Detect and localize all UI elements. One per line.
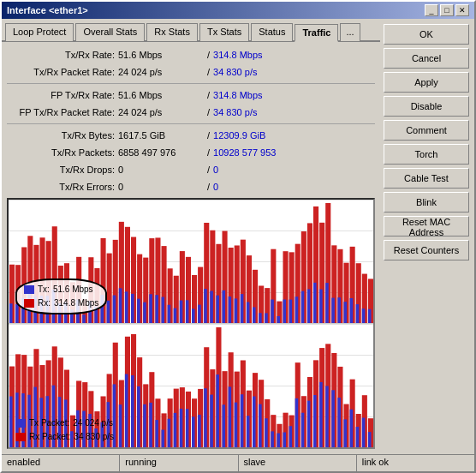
stat-value-rx-bytes: 12309.9 GiB (213, 130, 299, 141)
title-bar-buttons: _ □ ✕ (425, 4, 469, 16)
stat-label-fp-rate: FP Tx/Rx Rate: (7, 90, 118, 100)
stat-value-fp-tx-packet-rate: 24 024 p/s (118, 107, 204, 117)
status-slave: slave (239, 455, 357, 471)
window-body: Loop Protect Overall Stats Rx Stats Tx S… (2, 19, 474, 454)
stat-value-rx-packets: 10928 577 953 (213, 147, 299, 158)
stat-label-drops: Tx/Rx Drops: (7, 165, 118, 175)
stat-label-errors: Tx/Rx Errors: (7, 182, 118, 192)
content-area: Tx/Rx Rate: 51.6 Mbps / 314.8 Mbps Tx/Rx… (2, 42, 380, 454)
stat-row-fp-packet-rate: FP Tx/Rx Packet Rate: 24 024 p/s / 34 83… (7, 105, 375, 120)
reset-counters-button[interactable]: Reset Counters (384, 240, 469, 260)
stat-value-fp-rx-packet-rate: 34 830 p/s (213, 107, 299, 117)
stat-value-tx-rate: 51.6 Mbps (118, 50, 204, 60)
maximize-button[interactable]: □ (440, 4, 454, 16)
stat-value-rx-errors: 0 (213, 182, 299, 192)
tab-rx-stats[interactable]: Rx Stats (146, 23, 198, 41)
main-window: Interface <ether1> _ □ ✕ Loop Protect Ov… (0, 0, 476, 473)
stat-row-errors: Tx/Rx Errors: 0 / 0 (7, 179, 375, 195)
status-running: running (120, 455, 238, 471)
cable-test-button[interactable]: Cable Test (384, 168, 469, 189)
legend-tx-packet-label: Tx Packet: (29, 416, 69, 430)
traffic-rate-legend: Tx: 51.6 Mbps Rx: 314.8 Mbps (15, 278, 107, 314)
stat-label-txrx-rate: Tx/Rx Rate: (7, 50, 118, 60)
legend-rx-value: 314.8 Mbps (54, 296, 98, 310)
legend-rx-item: Rx: 314.8 Mbps (24, 296, 98, 310)
legend-tx-packet-value: 24 024 p/s (73, 416, 113, 430)
stat-row-drops: Tx/Rx Drops: 0 / 0 (7, 162, 375, 177)
legend-rx-packet-value: 34 830 p/s (74, 430, 114, 444)
stat-value-fp-rx-rate: 314.8 Mbps (213, 90, 299, 100)
tab-more[interactable]: ... (340, 23, 360, 41)
rx-packet-color-swatch (15, 433, 26, 441)
torch-button[interactable]: Torch (384, 144, 469, 165)
stat-row-fp-rate: FP Tx/Rx Rate: 51.6 Mbps / 314.8 Mbps (7, 87, 375, 103)
status-link: link ok (357, 455, 474, 471)
stat-value-tx-packet-rate: 24 024 p/s (118, 67, 204, 77)
tab-loop-protect[interactable]: Loop Protect (5, 23, 74, 41)
cancel-button[interactable]: Cancel (384, 48, 469, 69)
legend-tx-packet-item: Tx Packet: 24 024 p/s (15, 416, 114, 430)
stat-label-packet-rate: Tx/Rx Packet Rate: (7, 67, 118, 77)
status-enabled: enabled (2, 455, 120, 471)
window-title: Interface <ether1> (7, 5, 88, 15)
stat-row-packet-rate: Tx/Rx Packet Rate: 24 024 p/s / 34 830 p… (7, 64, 375, 80)
minimize-button[interactable]: _ (425, 4, 438, 16)
legend-tx-item: Tx: 51.6 Mbps (24, 283, 98, 296)
tx-packet-color-swatch (15, 419, 26, 428)
blink-button[interactable]: Blink (384, 192, 469, 213)
stat-row-packets: Tx/Rx Packets: 6858 497 976 / 10928 577 … (7, 145, 375, 160)
stat-value-tx-drops: 0 (118, 165, 204, 175)
charts-container: Tx: 51.6 Mbps Rx: 314.8 Mbps (7, 198, 375, 449)
stat-value-fp-tx-rate: 51.6 Mbps (118, 90, 204, 100)
comment-button[interactable]: Comment (384, 120, 469, 141)
tab-traffic[interactable]: Traffic (295, 24, 338, 42)
tab-tx-stats[interactable]: Tx Stats (199, 23, 249, 41)
tab-status[interactable]: Status (251, 23, 293, 41)
stat-row-bytes: Tx/Rx Bytes: 1617.5 GiB / 12309.9 GiB (7, 128, 375, 143)
main-area: Loop Protect Overall Stats Rx Stats Tx S… (2, 19, 380, 454)
legend-rx-label: Rx: (38, 296, 51, 310)
legend-tx-value: 51.6 Mbps (53, 283, 93, 296)
chart-traffic-rate: Tx: 51.6 Mbps Rx: 314.8 Mbps (9, 200, 373, 324)
tab-overall-stats[interactable]: Overall Stats (75, 23, 145, 41)
stat-row-txrx-rate: Tx/Rx Rate: 51.6 Mbps / 314.8 Mbps (7, 47, 375, 63)
stat-value-tx-packets: 6858 497 976 (118, 147, 204, 158)
tx-color-swatch (24, 285, 34, 294)
title-bar: Interface <ether1> _ □ ✕ (2, 2, 474, 19)
stats-grid: Tx/Rx Rate: 51.6 Mbps / 314.8 Mbps Tx/Rx… (7, 47, 375, 195)
ok-button[interactable]: OK (384, 24, 469, 45)
sidebar-buttons: OK Cancel Apply Disable Comment Torch Ca… (380, 19, 474, 454)
reset-mac-button[interactable]: Reset MAC Address (384, 216, 469, 236)
disable-button[interactable]: Disable (384, 96, 469, 117)
stat-value-rx-rate: 314.8 Mbps (213, 50, 299, 60)
stat-value-rx-drops: 0 (213, 165, 299, 175)
stat-value-rx-packet-rate: 34 830 p/s (213, 67, 299, 77)
stat-label-fp-packet-rate: FP Tx/Rx Packet Rate: (7, 107, 118, 117)
apply-button[interactable]: Apply (384, 72, 469, 93)
legend-rx-packet-label: Rx Packet: (29, 430, 70, 444)
close-button[interactable]: ✕ (455, 4, 469, 16)
tab-bar: Loop Protect Overall Stats Rx Stats Tx S… (2, 19, 380, 42)
packet-rate-legend: Tx Packet: 24 024 p/s Rx Packet: 34 830 … (15, 416, 114, 444)
stat-label-bytes: Tx/Rx Bytes: (7, 130, 118, 141)
stat-label-packets: Tx/Rx Packets: (7, 147, 118, 158)
rx-color-swatch (24, 299, 34, 308)
stat-value-tx-errors: 0 (118, 182, 204, 192)
chart-packet-rate: Tx Packet: 24 024 p/s Rx Packet: 34 830 … (9, 324, 373, 447)
stat-value-tx-bytes: 1617.5 GiB (118, 130, 204, 141)
status-bar: enabled running slave link ok (2, 454, 474, 471)
legend-tx-label: Tx: (38, 283, 50, 296)
legend-rx-packet-item: Rx Packet: 34 830 p/s (15, 430, 114, 444)
